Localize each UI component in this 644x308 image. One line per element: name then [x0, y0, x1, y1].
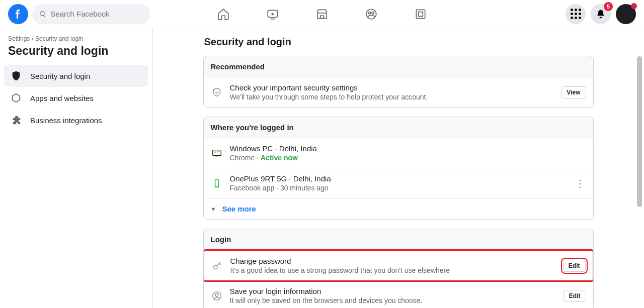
- row-title: OnePlus 9RT 5G · Delhi, India: [230, 174, 567, 183]
- session-row: OnePlus 9RT 5G · Delhi, India Facebook a…: [204, 168, 593, 198]
- row-sub: Chrome · Active now: [230, 154, 586, 162]
- notifications-badge: 5: [604, 2, 613, 11]
- active-now-label: Active now: [261, 154, 298, 162]
- session-row: Windows PC · Delhi, India Chrome · Activ…: [204, 138, 593, 168]
- save-login-row: Save your login information It will only…: [204, 281, 593, 308]
- top-nav: 5: [0, 0, 644, 28]
- search-box[interactable]: [32, 4, 150, 24]
- svg-point-13: [216, 186, 217, 187]
- logged-in-card: Where you're logged in Windows PC · Delh…: [203, 117, 594, 220]
- svg-rect-8: [214, 151, 216, 153]
- row-title: Windows PC · Delhi, India: [230, 144, 586, 153]
- breadcrumb: Settings › Security and login: [4, 34, 148, 44]
- svg-point-2: [366, 9, 376, 19]
- row-title: Change password: [230, 257, 556, 265]
- gaming-icon[interactable]: [414, 7, 428, 21]
- recommended-row: Check your important security settings W…: [204, 77, 593, 107]
- sidebar-item-apps[interactable]: Apps and websites: [4, 87, 148, 109]
- sidebar-item-security[interactable]: Security and login: [4, 65, 148, 87]
- marketplace-icon[interactable]: [315, 7, 329, 21]
- mobile-icon: [211, 177, 223, 189]
- view-button[interactable]: View: [561, 86, 586, 98]
- recommended-card: Recommended Check your important securit…: [203, 56, 594, 108]
- row-sub: Facebook app · 30 minutes ago: [230, 184, 567, 192]
- grid-icon: [571, 9, 581, 19]
- main: Security and login Recommended Check you…: [152, 28, 644, 308]
- edit-button[interactable]: Edit: [564, 290, 586, 302]
- scrollbar[interactable]: [637, 56, 642, 207]
- sidebar-item-label: Apps and websites: [30, 94, 94, 102]
- more-options-button[interactable]: ⋮: [574, 177, 586, 189]
- see-more-link[interactable]: See more: [222, 204, 256, 213]
- sidebar-item-business[interactable]: Business integrations: [4, 109, 148, 131]
- row-title: Save your login information: [230, 287, 556, 295]
- sidebar-item-label: Business integrations: [30, 116, 102, 125]
- card-header: Where you're logged in: [204, 117, 593, 138]
- card-header: Login: [204, 229, 593, 250]
- search-icon: [39, 10, 46, 18]
- row-title: Check your important security settings: [230, 83, 554, 92]
- change-password-row: Change password It's a good idea to use …: [203, 249, 594, 282]
- shield-check-icon: [211, 86, 223, 98]
- shield-icon: [9, 69, 23, 83]
- svg-point-14: [213, 265, 217, 269]
- person-icon: [211, 290, 223, 302]
- profile-button[interactable]: [616, 4, 636, 24]
- row-sub: It's a good idea to use a strong passwor…: [230, 266, 556, 274]
- svg-rect-9: [217, 151, 220, 152]
- puzzle-icon: [9, 113, 23, 127]
- menu-button[interactable]: [566, 4, 586, 24]
- svg-point-4: [372, 12, 374, 14]
- cube-icon: [9, 91, 23, 105]
- svg-point-3: [369, 12, 371, 14]
- right-nav: 5: [566, 4, 636, 24]
- edit-button[interactable]: Edit: [563, 260, 586, 272]
- sidebar-item-label: Security and login: [30, 72, 90, 80]
- caret-down-icon: ▼: [211, 206, 216, 212]
- search-input[interactable]: [50, 10, 143, 18]
- desktop-icon: [211, 147, 223, 159]
- page-title: Security and login: [4, 44, 148, 65]
- svg-rect-12: [215, 180, 218, 186]
- svg-rect-6: [419, 12, 423, 16]
- svg-point-16: [215, 293, 218, 296]
- svg-rect-7: [212, 150, 221, 155]
- profile-badge: [631, 3, 637, 9]
- svg-rect-5: [416, 10, 425, 18]
- bell-icon: [596, 9, 606, 19]
- login-card: Login Change password It's a good idea t…: [203, 229, 594, 308]
- notifications-button[interactable]: 5: [591, 4, 611, 24]
- groups-icon[interactable]: [364, 7, 378, 21]
- row-sub: It will only be saved on the browsers an…: [230, 296, 556, 304]
- watch-icon[interactable]: [266, 7, 280, 21]
- sidebar: Settings › Security and login Security a…: [0, 28, 152, 308]
- row-sub: We'll take you through some steps to hel…: [230, 93, 554, 101]
- main-title: Security and login: [204, 36, 594, 48]
- breadcrumb-current: Security and login: [35, 35, 83, 42]
- card-header: Recommended: [204, 56, 593, 77]
- home-icon[interactable]: [216, 7, 230, 21]
- center-nav: [216, 7, 428, 21]
- breadcrumb-settings[interactable]: Settings: [8, 35, 30, 42]
- see-more-row: ▼ See more: [204, 198, 593, 219]
- key-icon: [211, 260, 223, 272]
- facebook-logo[interactable]: [8, 4, 28, 24]
